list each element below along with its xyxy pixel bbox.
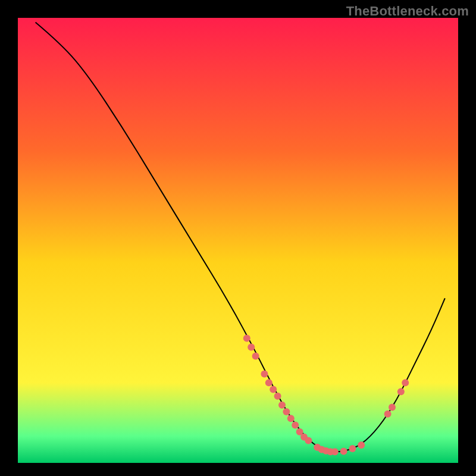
- data-marker: [305, 437, 312, 444]
- data-marker: [358, 441, 365, 449]
- data-marker: [349, 445, 356, 452]
- data-marker: [243, 335, 250, 342]
- data-marker: [384, 411, 392, 418]
- data-marker: [252, 352, 259, 359]
- data-marker: [283, 408, 290, 415]
- data-marker: [265, 379, 273, 386]
- data-marker: [248, 344, 255, 351]
- data-marker: [340, 448, 347, 455]
- data-marker: [402, 379, 409, 386]
- data-marker: [261, 370, 268, 377]
- data-marker: [389, 404, 396, 411]
- data-marker: [292, 421, 299, 428]
- data-marker: [278, 402, 286, 409]
- bottleneck-chart: [0, 0, 476, 476]
- watermark-text: TheBottleneck.com: [346, 4, 469, 19]
- data-marker: [397, 388, 405, 395]
- data-marker: [274, 393, 281, 400]
- chart-root: TheBottleneck.com: [0, 0, 476, 476]
- data-marker: [270, 386, 277, 393]
- data-marker: [287, 415, 295, 422]
- data-marker: [331, 448, 339, 455]
- plot-background: [18, 18, 458, 463]
